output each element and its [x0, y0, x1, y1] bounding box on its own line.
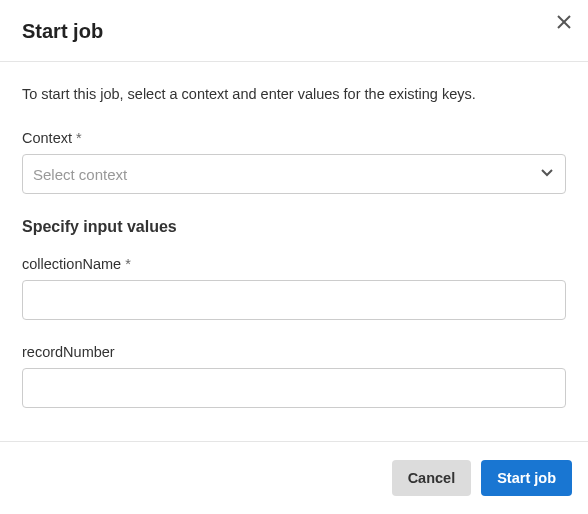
modal-body: To start this job, select a context and … [0, 62, 588, 441]
modal-header: Start job [0, 0, 588, 62]
required-marker: * [125, 256, 131, 272]
close-button[interactable] [554, 12, 574, 32]
context-select-wrapper: Select context [22, 154, 566, 194]
close-icon [556, 14, 572, 30]
record-number-label: recordNumber [22, 344, 566, 360]
start-job-button[interactable]: Start job [481, 460, 572, 496]
input-values-section-title: Specify input values [22, 218, 566, 236]
record-number-input[interactable] [22, 368, 566, 408]
record-number-field-group: recordNumber [22, 344, 566, 408]
collection-name-input[interactable] [22, 280, 566, 320]
modal-description: To start this job, select a context and … [22, 86, 566, 102]
context-label-text: Context [22, 130, 72, 146]
record-number-label-text: recordNumber [22, 344, 115, 360]
context-field-group: Context * Select context [22, 130, 566, 194]
context-label: Context * [22, 130, 566, 146]
context-select[interactable]: Select context [22, 154, 566, 194]
modal-footer: Cancel Start job [0, 441, 588, 514]
cancel-button[interactable]: Cancel [392, 460, 472, 496]
collection-name-field-group: collectionName * [22, 256, 566, 320]
collection-name-label-text: collectionName [22, 256, 121, 272]
modal-title: Start job [22, 20, 566, 43]
start-job-modal: Start job To start this job, select a co… [0, 0, 588, 514]
collection-name-label: collectionName * [22, 256, 566, 272]
required-marker: * [76, 130, 82, 146]
